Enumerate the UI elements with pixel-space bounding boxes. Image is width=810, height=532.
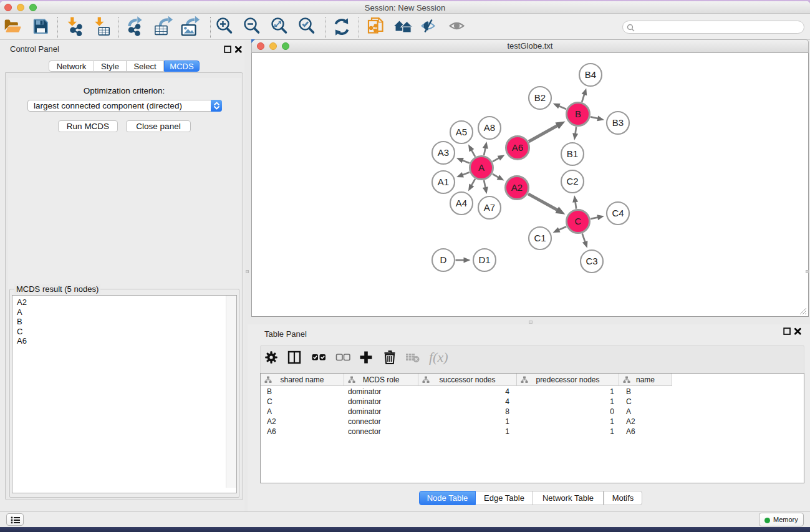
svg-text:C2: C2 (566, 176, 578, 186)
svg-text:A5: A5 (456, 127, 467, 137)
svg-text:C1: C1 (534, 233, 546, 243)
svg-text:B: B (575, 109, 581, 119)
svg-text:B2: B2 (534, 92, 546, 103)
svg-text:A6: A6 (512, 142, 523, 153)
svg-text:B1: B1 (567, 148, 578, 159)
svg-text:C3: C3 (586, 256, 597, 266)
svg-text:D1: D1 (478, 254, 490, 265)
svg-text:A4: A4 (456, 198, 467, 208)
svg-text:A2: A2 (511, 182, 523, 193)
svg-text:B3: B3 (612, 117, 624, 128)
svg-text:B4: B4 (585, 69, 596, 80)
svg-text:A1: A1 (438, 177, 449, 187)
svg-text:A7: A7 (484, 202, 495, 213)
svg-text:A8: A8 (484, 122, 495, 133)
svg-text:D: D (440, 254, 447, 265)
svg-text:C: C (575, 216, 582, 226)
svg-text:C4: C4 (612, 208, 624, 218)
svg-text:A: A (478, 162, 485, 173)
svg-text:A3: A3 (438, 147, 449, 158)
